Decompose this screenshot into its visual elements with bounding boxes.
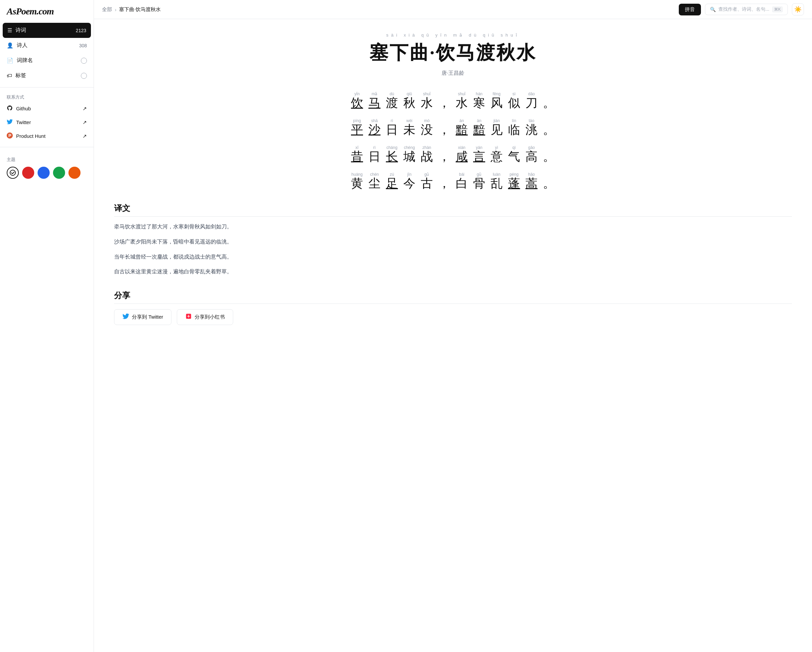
site-logo[interactable]: AsPoem.com [0, 0, 94, 23]
char-ri-2: rì 日 [383, 117, 401, 136]
contact-producthunt[interactable]: Product Hunt ↗ [0, 129, 94, 143]
char-chang-3: cháng 长 [383, 144, 401, 163]
tag-icon: 🏷 [7, 73, 12, 79]
char-comma-4: ， [435, 171, 453, 189]
sidebar-item-cipai[interactable]: 📄 词牌名 [0, 53, 94, 68]
char-yi-3: yì 意 [488, 144, 505, 163]
share-twitter-button[interactable]: 分享到 Twitter [114, 309, 171, 325]
share-xiaohongshu-label: 分享到小红书 [195, 314, 225, 320]
char-an1-2: àn 黯 [453, 117, 470, 136]
sidebar-label-shiren: 诗人 [17, 42, 27, 49]
translation-line-2: 沙场广袤夕阳尚未下落，昏暗中看见遥远的临洮。 [114, 237, 792, 247]
theme-toggle-button[interactable]: ☀️ [792, 3, 804, 15]
breadcrumb-all[interactable]: 全部 [102, 6, 112, 13]
char-shui-1: shuǐ 水 [418, 90, 435, 109]
theme-section: 主题 [0, 151, 94, 184]
theme-red[interactable] [22, 167, 34, 179]
char-yan-3: yán 言 [470, 144, 488, 163]
share-twitter-icon [122, 313, 129, 321]
char-cheng-3: chéng 城 [401, 144, 418, 163]
char-qi-3: qì 气 [505, 144, 523, 163]
page-header: 全部 › 塞下曲·饮马渡秋水 拼音 🔍 查找作者、诗词、名句... ⌘K ☀️ [94, 0, 812, 19]
share-xiaohongshu-icon [185, 313, 192, 321]
char-period-4: 。 [540, 171, 558, 189]
theme-green[interactable] [53, 167, 65, 179]
user-icon: 👤 [7, 42, 14, 49]
char-zhan-3: zhàn 战 [418, 144, 435, 163]
sidebar-label-shici: 诗词 [15, 27, 26, 34]
poem-line-4: huáng 黄 chén 尘 zú 足 jīn 今 gǔ 古 [114, 171, 792, 189]
char-qiu-1: qiū 秋 [401, 90, 418, 109]
header-right: 拼音 🔍 查找作者、诗词、名句... ⌘K ☀️ [679, 3, 804, 15]
theme-blue[interactable] [38, 167, 50, 179]
sidebar-item-shiren[interactable]: 👤 诗人 308 [0, 38, 94, 53]
char-dao-1: dāo 刀 [523, 90, 540, 109]
char-an2-2: àn 黯 [470, 117, 488, 136]
poem-line-3: xī 昔 rì 日 cháng 长 chéng 城 zhàn 战 [114, 144, 792, 163]
producthunt-arrow-icon: ↗ [82, 133, 87, 139]
contact-github[interactable]: Github ↗ [0, 102, 94, 115]
poem-title: 塞下曲·饮马渡秋水 [114, 40, 792, 66]
search-box[interactable]: 🔍 查找作者、诗词、名句... ⌘K [705, 4, 788, 15]
search-shortcut: ⌘K [772, 6, 783, 12]
theme-section-label: 主题 [7, 157, 87, 163]
search-placeholder: 查找作者、诗词、名句... [718, 6, 769, 12]
translation-line-4: 自古以来这里黄尘迷漫，遍地白骨零乱夹着野草。 [114, 267, 792, 277]
book-icon: ☰ [8, 27, 12, 34]
char-ri-3: rì 日 [366, 144, 383, 163]
sidebar-badge-shici: 2123 [76, 28, 86, 33]
poem-line-2: píng 平 shā 沙 rì 日 wèi 未 mò 没 [114, 117, 792, 136]
theme-white[interactable] [7, 167, 19, 179]
share-title: 分享 [114, 290, 792, 304]
sidebar-divider-1 [0, 87, 94, 88]
char-mo-2: mò 没 [418, 117, 435, 136]
share-xiaohongshu-button[interactable]: 分享到小红书 [177, 309, 233, 325]
sidebar-label-cipai: 词牌名 [17, 57, 33, 64]
char-huang-4: huáng 黄 [348, 171, 366, 189]
contact-twitter-label: Twitter [16, 119, 31, 125]
contact-section-label: 联系方式 [0, 91, 94, 102]
char-chen-4: chén 尘 [366, 171, 383, 189]
char-sha-2: shā 沙 [366, 117, 383, 136]
char-period-2: 。 [540, 117, 558, 136]
sidebar-item-shici[interactable]: ☰ 诗词 2123 [3, 23, 91, 38]
sidebar-divider-2 [0, 147, 94, 147]
biaoqian-expand-icon [81, 73, 87, 79]
char-lin-2: lín 临 [505, 117, 523, 136]
char-tao-2: táo 洮 [523, 117, 540, 136]
char-bai-4: bái 白 [453, 171, 470, 189]
char-hao-4: hāo 蒿 [523, 171, 540, 189]
cipai-icon: 📄 [7, 57, 14, 64]
theme-orange[interactable] [69, 167, 81, 179]
breadcrumb-current: 塞下曲·饮马渡秋水 [119, 6, 161, 13]
breadcrumb-separator: › [115, 7, 116, 12]
twitter-arrow-icon: ↗ [82, 119, 87, 125]
poem-line-1: yǐn 饮 mǎ 马 dù 渡 qiū 秋 shuǐ 水 [114, 90, 792, 109]
pinyin-button[interactable]: 拼音 [679, 4, 701, 15]
poem-content: sài xià qū yīn mǎ dù qiū shuǐ 塞下曲·饮马渡秋水 … [94, 19, 812, 652]
char-han-1: hán 寒 [470, 90, 488, 109]
char-xian-3: xián 咸 [453, 144, 470, 163]
github-arrow-icon: ↗ [82, 106, 87, 112]
char-gu2-4: gǔ 骨 [470, 171, 488, 189]
contact-twitter[interactable]: Twitter ↗ [0, 115, 94, 129]
char-zu-4: zú 足 [383, 171, 401, 189]
sidebar: AsPoem.com ☰ 诗词 2123 👤 诗人 308 📄 词牌名 🏷 标签… [0, 0, 94, 652]
translation-section: 译文 牵马饮水渡过了那大河，水寒刺骨秋风如剑如刀。 沙场广袤夕阳尚未下落，昏暗中… [114, 203, 792, 277]
char-peng-4: péng 蓬 [505, 171, 523, 189]
contact-producthunt-label: Product Hunt [16, 133, 46, 139]
sidebar-item-biaoqian[interactable]: 🏷 标签 [0, 68, 94, 83]
breadcrumb: 全部 › 塞下曲·饮马渡秋水 [102, 6, 161, 13]
producthunt-icon [7, 133, 13, 140]
char-gu-4: gǔ 古 [418, 171, 435, 189]
char-feng-1: fēng 风 [488, 90, 505, 109]
share-twitter-label: 分享到 Twitter [132, 314, 163, 320]
char-comma-1: ， [435, 90, 453, 109]
sidebar-label-biaoqian: 标签 [15, 72, 26, 79]
search-icon: 🔍 [710, 7, 716, 12]
sidebar-badge-shiren: 308 [79, 43, 87, 48]
char-jian-2: jiàn 见 [488, 117, 505, 136]
char-luan-4: luàn 乱 [488, 171, 505, 189]
char-jin-4: jīn 今 [401, 171, 418, 189]
char-shui-2: shuǐ 水 [453, 90, 470, 109]
